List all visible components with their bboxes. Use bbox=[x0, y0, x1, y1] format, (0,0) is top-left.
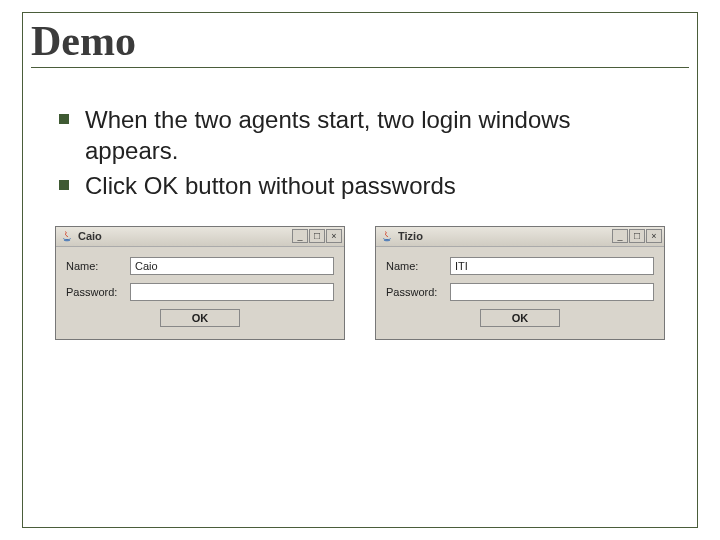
window-controls: _ □ × bbox=[292, 229, 342, 243]
close-button[interactable]: × bbox=[646, 229, 662, 243]
slide-frame: Demo When the two agents start, two logi… bbox=[22, 12, 698, 528]
password-row: Password: bbox=[66, 283, 334, 301]
window-title: Tizio bbox=[398, 230, 612, 242]
maximize-button[interactable]: □ bbox=[309, 229, 325, 243]
java-icon bbox=[60, 229, 74, 243]
minimize-button[interactable]: _ bbox=[292, 229, 308, 243]
ok-button[interactable]: OK bbox=[160, 309, 240, 327]
login-window: Tizio _ □ × Name: Password: bbox=[375, 226, 665, 340]
windows-row: Caio _ □ × Name: Password: bbox=[51, 226, 669, 340]
name-label: Name: bbox=[66, 260, 130, 272]
window-body: Name: Password: OK bbox=[376, 247, 664, 339]
window-body: Name: Password: OK bbox=[56, 247, 344, 339]
java-icon bbox=[380, 229, 394, 243]
close-button[interactable]: × bbox=[326, 229, 342, 243]
bullet-list: When the two agents start, two login win… bbox=[51, 104, 669, 202]
name-label: Name: bbox=[386, 260, 450, 272]
ok-button[interactable]: OK bbox=[480, 309, 560, 327]
titlebar: Caio _ □ × bbox=[56, 227, 344, 247]
password-input[interactable] bbox=[450, 283, 654, 301]
title-underline bbox=[31, 67, 689, 68]
titlebar: Tizio _ □ × bbox=[376, 227, 664, 247]
name-row: Name: bbox=[66, 257, 334, 275]
bullet-item: Click OK button without passwords bbox=[51, 170, 669, 201]
title-area: Demo bbox=[23, 13, 697, 74]
name-input[interactable] bbox=[450, 257, 654, 275]
password-row: Password: bbox=[386, 283, 654, 301]
maximize-button[interactable]: □ bbox=[629, 229, 645, 243]
ok-row: OK bbox=[66, 309, 334, 327]
password-label: Password: bbox=[386, 286, 450, 298]
login-window: Caio _ □ × Name: Password: bbox=[55, 226, 345, 340]
bullet-item: When the two agents start, two login win… bbox=[51, 104, 669, 166]
password-input[interactable] bbox=[130, 283, 334, 301]
password-label: Password: bbox=[66, 286, 130, 298]
slide-title: Demo bbox=[31, 17, 689, 65]
window-controls: _ □ × bbox=[612, 229, 662, 243]
ok-row: OK bbox=[386, 309, 654, 327]
slide-body: When the two agents start, two login win… bbox=[23, 74, 697, 340]
name-row: Name: bbox=[386, 257, 654, 275]
minimize-button[interactable]: _ bbox=[612, 229, 628, 243]
name-input[interactable] bbox=[130, 257, 334, 275]
window-title: Caio bbox=[78, 230, 292, 242]
